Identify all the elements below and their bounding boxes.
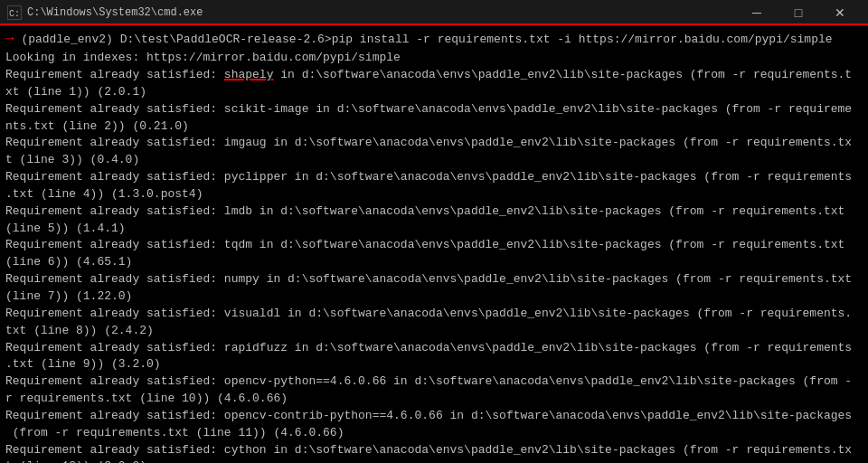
command-line: → (paddle_env2) D:\test\PaddleOCR-releas… xyxy=(5,29,863,50)
shapely-highlight: shapely xyxy=(224,68,274,81)
req-line-7a: Requirement already satisfied: numpy in … xyxy=(5,271,863,288)
svg-text:C:\: C:\ xyxy=(9,9,21,19)
req-line-10a: Requirement already satisfied: opencv-py… xyxy=(5,373,863,391)
req-line-12b: t (line 12)) (3.0.0) xyxy=(5,458,863,463)
req-line-11a: Requirement already satisfied: opencv-co… xyxy=(5,408,863,425)
req-line-2b: nts.txt (line 2)) (0.21.0) xyxy=(5,118,863,136)
req-line-3b: t (line 3)) (0.4.0) xyxy=(5,152,863,169)
req-line-1a: Requirement already satisfied: shapely i… xyxy=(5,67,863,84)
req-line-9a: Requirement already satisfied: rapidfuzz… xyxy=(5,340,863,357)
close-button[interactable]: ✕ xyxy=(819,0,861,25)
req-line-2a: Requirement already satisfied: scikit-im… xyxy=(5,101,863,118)
req-line-8a: Requirement already satisfied: visualdl … xyxy=(5,306,863,323)
terminal-body[interactable]: → (paddle_env2) D:\test\PaddleOCR-releas… xyxy=(0,25,868,463)
req-line-12a: Requirement already satisfied: cython in… xyxy=(5,442,863,459)
looking-line: Looking in indexes: https://mirror.baidu… xyxy=(5,50,863,67)
req-line-4b: .txt (line 4)) (1.3.0.post4) xyxy=(5,186,863,203)
req-line-1b: xt (line 1)) (2.0.1) xyxy=(5,84,863,101)
arrow-icon: → xyxy=(5,29,14,50)
req-line-7b: (line 7)) (1.22.0) xyxy=(5,288,863,306)
req-line-5b: (line 5)) (1.4.1) xyxy=(5,221,863,238)
cmd-icon: C:\ xyxy=(7,5,22,20)
req-line-5a: Requirement already satisfied: lmdb in d… xyxy=(5,203,863,221)
red-underline-decoration xyxy=(0,24,868,25)
window-title: C:\Windows\System32\cmd.exe xyxy=(27,6,736,19)
req-line-6a: Requirement already satisfied: tqdm in d… xyxy=(5,237,863,254)
window-controls: ─ □ ✕ xyxy=(736,0,861,25)
req-line-6b: (line 6)) (4.65.1) xyxy=(5,254,863,271)
req-line-3a: Requirement already satisfied: imgaug in… xyxy=(5,135,863,152)
minimize-button[interactable]: ─ xyxy=(736,0,778,25)
req-line-11b: (from -r requirements.txt (line 11)) (4.… xyxy=(5,425,863,442)
cmd-window: C:\ C:\Windows\System32\cmd.exe ─ □ ✕ → … xyxy=(0,0,868,463)
req-line-8b: txt (line 8)) (2.4.2) xyxy=(5,323,863,340)
maximize-button[interactable]: □ xyxy=(778,0,819,25)
req-line-10b: r requirements.txt (line 10)) (4.6.0.66) xyxy=(5,391,863,408)
req-line-4a: Requirement already satisfied: pyclipper… xyxy=(5,169,863,186)
req-line-9b: .txt (line 9)) (3.2.0) xyxy=(5,356,863,373)
cmd-prompt: (paddle_env2) D:\test\PaddleOCR-release-… xyxy=(14,33,833,46)
title-bar: C:\ C:\Windows\System32\cmd.exe ─ □ ✕ xyxy=(0,0,868,25)
